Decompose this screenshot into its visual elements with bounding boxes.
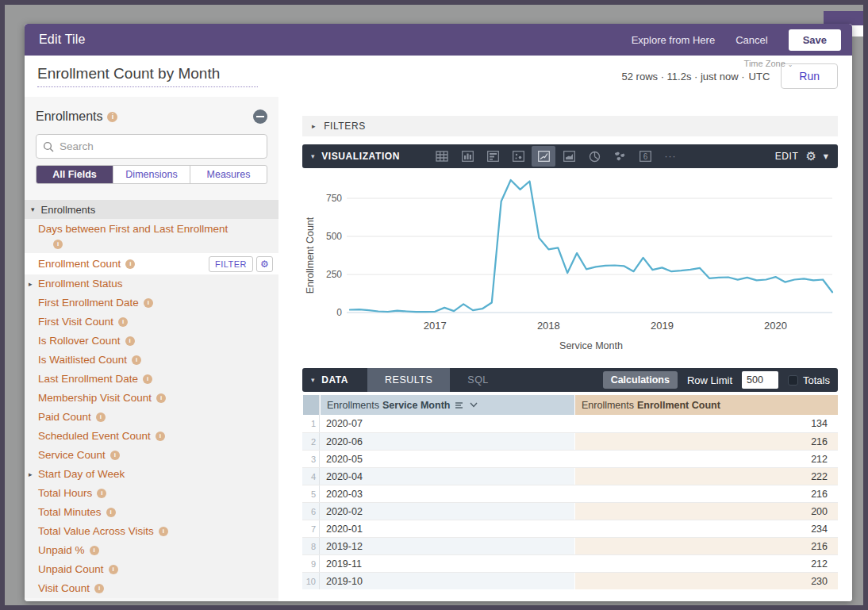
enrollment-count-cell[interactable]: 216: [574, 485, 838, 502]
enrollment-count-cell[interactable]: 212: [574, 451, 838, 467]
row-number-cell[interactable]: 1: [302, 415, 320, 432]
field-item[interactable]: Is Waitlisted Counti: [25, 351, 278, 370]
field-item[interactable]: Last Enrollment Datei: [25, 370, 278, 389]
enrollment-count-cell[interactable]: 216: [574, 538, 838, 554]
field-item[interactable]: Unpaid %i: [25, 541, 278, 560]
field-item[interactable]: Unpaid Counti: [25, 560, 278, 579]
enrollment-count-cell[interactable]: 222: [574, 468, 838, 485]
enrollment-count-cell[interactable]: 212: [574, 555, 838, 572]
filters-section-toggle[interactable]: ▸ FILTERS: [302, 116, 838, 136]
service-month-cell[interactable]: 2020-07: [320, 415, 574, 432]
cancel-link[interactable]: Cancel: [735, 34, 767, 46]
field-item[interactable]: Total Value Across Visitsi: [25, 522, 278, 541]
enrollment-count-column-header[interactable]: EnrollmentsEnrollment Count: [574, 395, 838, 415]
table-chart-icon[interactable]: [430, 146, 454, 167]
collapse-view-button[interactable]: [253, 109, 267, 124]
pie-chart-icon[interactable]: [582, 146, 606, 167]
table-row[interactable]: 82019-12216: [302, 537, 838, 554]
row-number-cell[interactable]: 2: [302, 433, 320, 450]
service-month-cell[interactable]: 2020-04: [320, 468, 574, 485]
field-item[interactable]: First Enrollment Datei: [25, 293, 278, 313]
field-search[interactable]: [36, 134, 267, 159]
row-number-cell[interactable]: 10: [302, 573, 320, 589]
service-month-cell[interactable]: 2020-02: [320, 503, 574, 520]
enrollment-count-cell[interactable]: 234: [574, 520, 838, 537]
row-limit-input[interactable]: [742, 371, 778, 389]
totals-toggle[interactable]: Totals: [788, 374, 830, 386]
single-value-icon[interactable]: 6: [633, 146, 657, 167]
sort-icon[interactable]: [455, 401, 464, 409]
field-item[interactable]: Enrollment CountiFILTER⚙: [25, 253, 278, 274]
enrollment-count-cell[interactable]: 216: [574, 433, 838, 450]
table-row[interactable]: 32020-05212: [302, 450, 838, 467]
field-item[interactable]: Total Minutesi: [25, 503, 278, 522]
table-row[interactable]: 72020-01234: [302, 520, 838, 537]
visualization-section-toggle[interactable]: ▾ VISUALIZATION: [302, 151, 400, 162]
data-section-toggle[interactable]: ▾ DATA: [302, 374, 348, 386]
area-chart-icon[interactable]: [557, 146, 581, 167]
bar-chart-icon[interactable]: [481, 146, 505, 167]
service-month-cell[interactable]: 2020-01: [320, 520, 574, 537]
table-row[interactable]: 42020-04222: [302, 467, 838, 485]
service-month-cell[interactable]: 2019-11: [320, 555, 574, 572]
map-chart-icon[interactable]: [608, 146, 632, 167]
table-row[interactable]: 52020-03216: [302, 485, 838, 502]
row-number-cell[interactable]: 6: [302, 503, 320, 520]
row-number-cell[interactable]: 8: [302, 538, 320, 554]
table-row[interactable]: 92019-11212: [302, 554, 838, 572]
tab-dimensions[interactable]: Dimensions: [113, 166, 190, 183]
tab-sql[interactable]: SQL: [450, 368, 506, 392]
chevron-down-icon[interactable]: ▼: [824, 153, 828, 160]
table-row[interactable]: 62020-02200: [302, 502, 838, 520]
row-number-cell[interactable]: 5: [302, 485, 320, 502]
service-month-cell[interactable]: 2020-03: [320, 485, 574, 502]
totals-checkbox[interactable]: [788, 375, 798, 386]
enrollment-line-chart[interactable]: 02505007502017201820192020Enrollment Cou…: [302, 173, 838, 357]
service-month-cell[interactable]: 2020-05: [320, 451, 574, 467]
field-item[interactable]: Total Hoursi: [25, 484, 278, 503]
service-month-cell[interactable]: 2019-12: [320, 538, 574, 554]
field-item[interactable]: Service Counti: [25, 446, 278, 465]
field-item[interactable]: Is Rollover Counti: [25, 332, 278, 351]
field-item[interactable]: Visit Counti: [25, 579, 278, 598]
row-number-cell[interactable]: 7: [302, 520, 320, 537]
field-item[interactable]: ▸Enrollment Status: [25, 274, 278, 293]
scatter-chart-icon[interactable]: [506, 146, 530, 167]
explore-from-here-link[interactable]: Explore from Here: [632, 34, 715, 46]
field-item[interactable]: Days between First and Last Enrollmenti: [25, 219, 278, 253]
calculations-button[interactable]: Calculations: [603, 371, 678, 389]
field-item[interactable]: Membership Visit Counti: [25, 389, 278, 408]
field-section-header[interactable]: ▾ Enrollments: [25, 200, 278, 219]
column-chart-icon[interactable]: [455, 146, 479, 167]
more-chart-types-icon[interactable]: ···: [659, 146, 682, 167]
service-month-cell[interactable]: 2020-06: [320, 433, 574, 450]
table-row[interactable]: 12020-07134: [302, 415, 838, 432]
enrollment-count-cell[interactable]: 200: [574, 503, 838, 520]
line-chart-icon[interactable]: [532, 146, 555, 167]
row-number-cell[interactable]: 4: [302, 468, 320, 485]
field-item[interactable]: First Visit Counti: [25, 313, 278, 332]
tab-measures[interactable]: Measures: [190, 166, 267, 183]
table-row[interactable]: 102019-10230: [302, 572, 838, 589]
row-number-cell[interactable]: 9: [302, 555, 320, 572]
tile-title-input[interactable]: Enrollment Count by Month: [37, 65, 258, 87]
search-input[interactable]: [60, 140, 260, 152]
tab-results[interactable]: RESULTS: [367, 368, 450, 392]
row-number-cell[interactable]: 3: [302, 451, 320, 467]
timezone-control[interactable]: Time Zone ⌄ UTC: [749, 71, 770, 82]
enrollment-count-cell[interactable]: 230: [574, 573, 838, 589]
table-row[interactable]: 22020-06216: [302, 432, 838, 450]
filter-button[interactable]: FILTER: [209, 256, 253, 272]
field-item[interactable]: Paid Counti: [25, 408, 278, 427]
enrollment-count-cell[interactable]: 134: [574, 415, 838, 432]
gear-icon[interactable]: ⚙: [256, 256, 273, 272]
field-item[interactable]: ▸Start Day of Week: [25, 465, 278, 484]
chevron-down-icon[interactable]: [470, 402, 478, 408]
save-button[interactable]: Save: [789, 29, 841, 51]
service-month-column-header[interactable]: EnrollmentsService Month: [320, 395, 574, 415]
tab-all-fields[interactable]: All Fields: [36, 166, 113, 183]
service-month-cell[interactable]: 2019-10: [320, 573, 574, 589]
viz-gear-icon[interactable]: ⚙: [805, 151, 816, 163]
viz-edit-button[interactable]: EDIT: [775, 151, 799, 162]
field-item[interactable]: Scheduled Event Counti: [25, 427, 278, 446]
